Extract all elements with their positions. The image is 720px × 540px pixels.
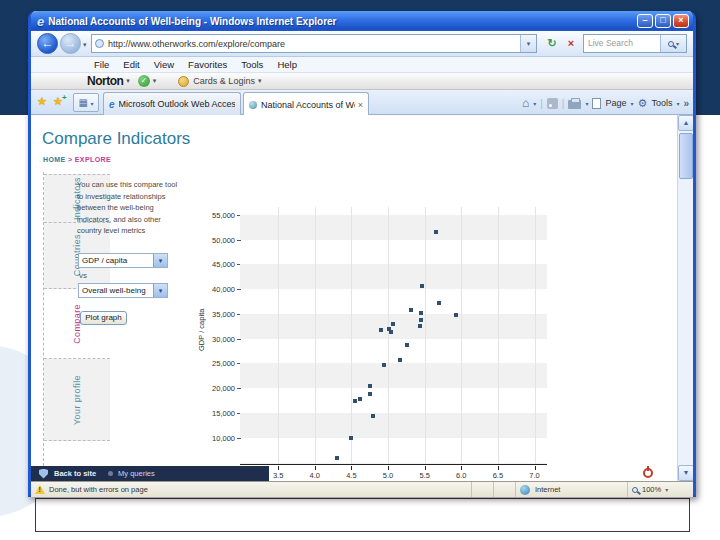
indicator-select-2-value[interactable]: Overall well-being xyxy=(79,284,153,297)
norton-safe-icon[interactable]: ✓ xyxy=(138,75,150,87)
page-scrollbar[interactable]: ▲ ▼ xyxy=(677,115,693,481)
data-point xyxy=(349,436,353,440)
plot-graph-button[interactable]: Plot graph xyxy=(80,311,127,325)
tools-gear-icon[interactable]: ⚙ xyxy=(638,97,648,110)
shield-icon xyxy=(39,469,48,479)
scroll-down-arrow[interactable]: ▼ xyxy=(678,465,693,481)
quick-tabs-button[interactable]: ▦ ▾ xyxy=(73,93,99,112)
data-point xyxy=(382,363,386,367)
address-dropdown-button[interactable]: ▾ xyxy=(520,35,536,52)
page-dropdown-icon[interactable]: ▾ xyxy=(631,100,634,107)
page-icon[interactable] xyxy=(592,98,601,109)
menu-item-help[interactable]: Help xyxy=(270,57,304,72)
menu-item-view[interactable]: View xyxy=(147,57,181,72)
sidebar-item-your-profile[interactable]: Your profile xyxy=(44,359,110,441)
menu-item-edit[interactable]: Edit xyxy=(116,57,146,72)
data-point xyxy=(418,324,422,328)
add-favorite-plus-icon: + xyxy=(62,93,67,102)
command-bar: ⌂ ▾ | | ▾ Page ▾ ⚙ Tools ▾ » xyxy=(522,94,689,112)
search-input[interactable]: Live Search xyxy=(584,35,660,52)
search-go-button[interactable]: ▾ xyxy=(660,35,686,52)
toolbar-overflow-chevron[interactable]: » xyxy=(683,98,689,109)
menu-item-file[interactable]: File xyxy=(87,57,116,72)
tools-menu-label[interactable]: Tools xyxy=(651,98,672,108)
zoom-cell[interactable]: 100% ▾ xyxy=(627,482,693,497)
refresh-button[interactable]: ↻ xyxy=(543,35,561,52)
plot-stripe xyxy=(240,215,547,240)
status-bar: Done, but with errors on page Internet 1… xyxy=(31,481,693,497)
scrollbar-thumb[interactable] xyxy=(679,133,693,179)
data-point xyxy=(368,384,372,388)
plot-gridline xyxy=(461,207,462,464)
tab-close-icon[interactable]: × xyxy=(358,100,363,110)
x-tick-mark xyxy=(278,466,279,470)
plot-gridline xyxy=(388,207,389,464)
back-to-site-link[interactable]: Back to site xyxy=(54,469,96,478)
tab-outlook[interactable]: e Microsoft Outlook Web Access xyxy=(103,92,241,115)
zoom-icon xyxy=(632,487,638,493)
page-viewport: Compare Indicators HOME > EXPLORE Indica… xyxy=(31,115,693,481)
norton-menu-dropdown-icon[interactable]: ▾ xyxy=(126,77,130,85)
minimize-button[interactable]: – xyxy=(637,14,653,28)
search-box[interactable]: Live Search ▾ xyxy=(583,34,687,53)
forward-button[interactable]: → xyxy=(60,33,81,54)
data-point xyxy=(389,330,393,334)
x-tick-label: 7.0 xyxy=(523,471,547,480)
page-bottom-bar: Back to site My queries xyxy=(31,466,269,481)
norton-logins-label[interactable]: Cards & Logins xyxy=(193,76,255,86)
plot-gridline xyxy=(535,207,536,464)
address-bar[interactable]: http://www.otherworks.com/explore/compar… xyxy=(91,34,537,53)
norton-safe-dropdown-icon[interactable]: ▾ xyxy=(153,77,157,85)
stop-button[interactable]: × xyxy=(562,35,580,52)
select-dropdown-icon[interactable]: ▾ xyxy=(153,284,167,297)
zoom-dropdown-icon[interactable]: ▾ xyxy=(665,486,668,493)
indicator-select-1[interactable]: GDP / capita ▾ xyxy=(78,253,168,268)
plot-gridline xyxy=(351,207,352,464)
x-tick-label: 6.5 xyxy=(486,471,510,480)
y-tick-label: 20,000 xyxy=(195,384,235,393)
tab-label[interactable]: National Accounts of We... xyxy=(261,100,355,110)
menu-item-tools[interactable]: Tools xyxy=(234,57,270,72)
breadcrumb: HOME > EXPLORE xyxy=(43,156,111,163)
tab-label[interactable]: Microsoft Outlook Web Access xyxy=(119,99,235,109)
maximize-button[interactable]: □ xyxy=(655,14,671,28)
scroll-up-arrow[interactable]: ▲ xyxy=(678,115,693,131)
indicator-select-2[interactable]: Overall well-being ▾ xyxy=(78,283,168,298)
power-logout-icon[interactable] xyxy=(643,468,653,478)
print-icon[interactable] xyxy=(568,100,581,109)
print-dropdown-icon[interactable]: ▾ xyxy=(585,100,588,107)
intro-text: You can use this compare tool to investi… xyxy=(77,179,179,237)
back-button[interactable]: ← xyxy=(37,33,58,54)
breadcrumb-home-link[interactable]: HOME xyxy=(43,156,66,163)
feeds-icon[interactable] xyxy=(547,98,558,109)
select-dropdown-icon[interactable]: ▾ xyxy=(153,254,167,267)
norton-toolbar: Norton ▾ ✓ ▾ Cards & Logins ▾ xyxy=(31,73,693,90)
home-dropdown-icon[interactable]: ▾ xyxy=(533,100,536,107)
norton-logins-dropdown-icon[interactable]: ▾ xyxy=(258,77,262,85)
home-icon[interactable]: ⌂ xyxy=(522,96,529,110)
browser-window: e National Accounts of Well-being - Wind… xyxy=(28,11,696,497)
page-menu-label[interactable]: Page xyxy=(605,98,626,108)
x-tick-label: 4.5 xyxy=(339,471,363,480)
data-point xyxy=(379,328,383,332)
data-point xyxy=(434,230,438,234)
recent-pages-dropdown-icon[interactable]: ▾ xyxy=(83,41,87,49)
indicator-select-1-value[interactable]: GDP / capita xyxy=(79,254,153,267)
plot-stripe xyxy=(240,264,547,289)
tools-dropdown-icon[interactable]: ▾ xyxy=(676,100,679,107)
zoom-level[interactable]: 100% xyxy=(642,485,661,494)
data-point xyxy=(371,414,375,418)
x-tick-mark xyxy=(535,466,536,470)
favorites-center-icon[interactable]: ★ xyxy=(37,95,47,108)
tab-national-accounts[interactable]: National Accounts of We... × xyxy=(243,92,369,116)
search-options-dropdown-icon[interactable]: ▾ xyxy=(676,40,679,47)
y-tick-label: 45,000 xyxy=(195,260,235,269)
menu-item-favorites[interactable]: Favorites xyxy=(181,57,234,72)
my-queries-link[interactable]: My queries xyxy=(118,469,155,478)
data-point xyxy=(368,392,372,396)
x-tick-label: 6.0 xyxy=(449,471,473,480)
status-message: Done, but with errors on page xyxy=(49,485,148,494)
close-button[interactable]: × xyxy=(673,14,689,28)
data-point xyxy=(405,343,409,347)
address-url[interactable]: http://www.otherworks.com/explore/compar… xyxy=(108,39,520,49)
